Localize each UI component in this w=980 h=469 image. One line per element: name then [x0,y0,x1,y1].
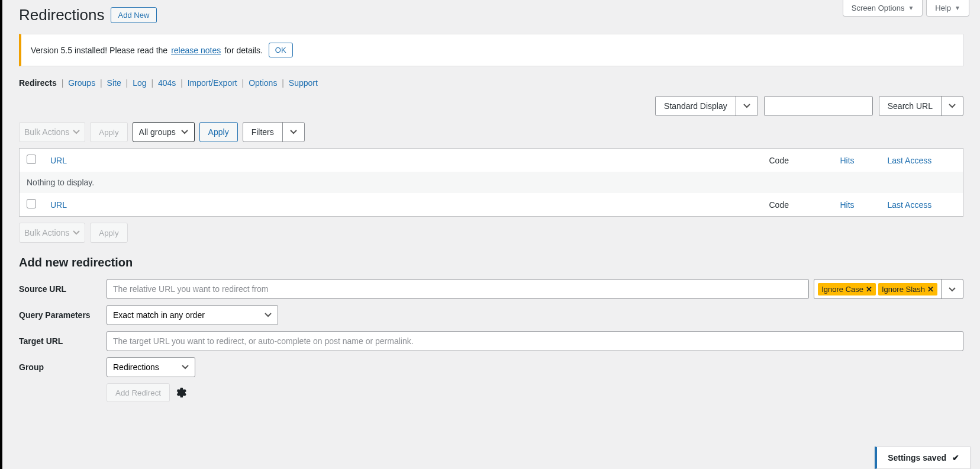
col-url[interactable]: URL [43,149,762,172]
tag-ignore-slash-label: Ignore Slash [882,285,925,294]
col-last-access-foot[interactable]: Last Access [881,193,963,217]
source-flags-box[interactable]: Ignore Case ✕ Ignore Slash ✕ [814,279,963,299]
chevron-down-icon [949,287,956,292]
filters-label[interactable]: Filters [243,123,282,142]
bulk-actions-label: Bulk Actions [24,127,69,137]
group-label: Group [19,362,107,372]
close-icon[interactable]: ✕ [927,285,934,294]
bulk-actions-select: Bulk Actions [19,122,85,142]
redirects-table: URL Code Hits Last Access Nothing to dis… [19,148,963,217]
query-params-label: Query Parameters [19,310,107,320]
col-last-access[interactable]: Last Access [881,149,963,172]
chevron-down-icon [73,130,80,134]
subnav-log[interactable]: Log [133,78,146,88]
bulk-actions-label-bottom: Bulk Actions [24,228,69,237]
empty-message: Nothing to display. [20,172,963,193]
group-select[interactable]: Redirections [107,357,195,377]
filter-apply-button[interactable]: Apply [199,122,238,142]
bulk-apply-button-bottom: Apply [90,223,127,243]
target-url-label: Target URL [19,336,107,346]
toast-message: Settings saved [888,453,946,462]
col-url-foot[interactable]: URL [43,193,762,217]
notice-prefix: Version 5.5 installed! Please read the [31,46,167,55]
subnav-options[interactable]: Options [249,78,277,88]
tag-ignore-slash[interactable]: Ignore Slash ✕ [878,283,937,295]
search-url-dropdown[interactable] [941,97,963,115]
col-code: Code [762,149,833,172]
search-url-label[interactable]: Search URL [879,97,941,115]
target-url-input[interactable] [107,331,963,351]
select-all-checkbox-top[interactable] [27,155,36,164]
filters-dropdown[interactable] [282,123,304,142]
help-label: Help [935,4,951,12]
help-button[interactable]: Help ▼ [926,0,969,17]
col-code-foot: Code [762,193,833,217]
group-filter-select[interactable]: All groups [133,122,195,142]
source-url-label: Source URL [19,284,107,294]
update-notice: Version 5.5 installed! Please read the r… [19,34,963,66]
col-hits[interactable]: Hits [833,149,881,172]
notice-suffix: for details. [224,46,263,55]
col-hits-foot[interactable]: Hits [833,193,881,217]
gear-icon [176,387,188,399]
display-mode-select[interactable]: Standard Display [655,96,758,116]
subnav-redirects[interactable]: Redirects [19,78,57,88]
add-redirection-heading: Add new redirection [19,256,963,269]
display-mode-dropdown[interactable] [736,97,757,115]
tag-ignore-case-label: Ignore Case [821,285,863,294]
bulk-apply-button: Apply [90,122,127,142]
check-icon: ✔ [952,453,959,462]
filters-button[interactable]: Filters [243,122,305,142]
display-mode-label[interactable]: Standard Display [656,97,736,115]
search-url-button[interactable]: Search URL [879,96,963,116]
release-notes-link[interactable]: release notes [171,46,221,55]
flags-dropdown[interactable] [941,280,963,298]
chevron-down-icon: ▼ [955,5,960,11]
chevron-down-icon [743,104,750,108]
chevron-down-icon [290,130,297,134]
query-params-select[interactable]: Exact match in any order [107,305,278,325]
chevron-down-icon [949,104,956,108]
subnav-site[interactable]: Site [107,78,121,88]
add-redirect-button: Add Redirect [107,383,170,402]
settings-saved-toast: Settings saved ✔ [875,446,971,469]
close-icon[interactable]: ✕ [866,285,872,294]
add-new-button[interactable]: Add New [111,7,157,23]
page-title: Redirections [19,6,105,24]
chevron-down-icon [73,230,80,235]
subnav-404s[interactable]: 404s [158,78,176,88]
select-all-checkbox-bottom[interactable] [27,199,36,208]
bulk-actions-select-bottom: Bulk Actions [19,223,85,243]
screen-options-label: Screen Options [852,4,905,12]
search-input[interactable] [764,96,873,116]
screen-options-button[interactable]: Screen Options ▼ [843,0,923,17]
subnav-groups[interactable]: Groups [68,78,95,88]
notice-ok-button[interactable]: OK [269,43,293,57]
subnav-support[interactable]: Support [289,78,318,88]
source-url-input[interactable] [107,279,809,299]
sub-navigation: Redirects | Groups | Site | Log | 404s |… [19,78,963,88]
advanced-settings-toggle[interactable] [176,387,188,399]
subnav-import-export[interactable]: Import/Export [188,78,237,88]
chevron-down-icon: ▼ [908,5,914,11]
table-empty-row: Nothing to display. [20,172,963,193]
tag-ignore-case[interactable]: Ignore Case ✕ [818,283,876,295]
